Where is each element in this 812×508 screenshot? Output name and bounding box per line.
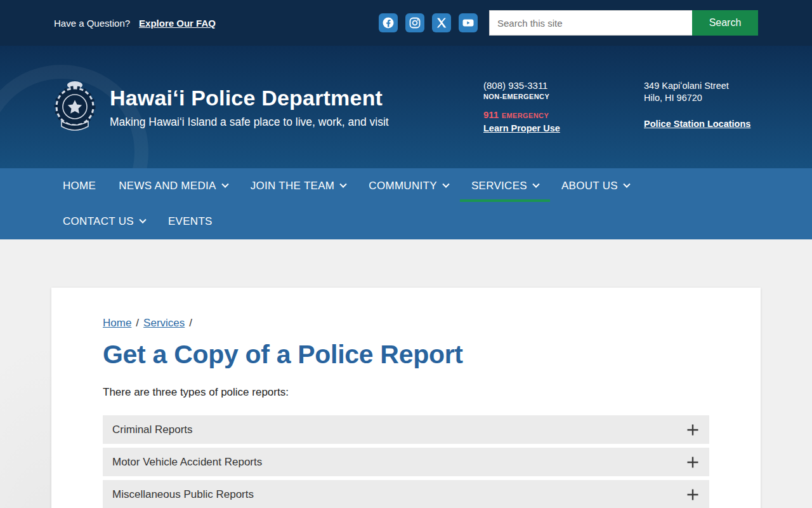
nav-item-home[interactable]: HOME bbox=[51, 168, 107, 204]
address-line1: 349 Kapiʻolani Street bbox=[644, 80, 758, 92]
site-tagline: Making Hawaiʻi Island a safe place to li… bbox=[110, 116, 389, 129]
police-badge-logo bbox=[54, 78, 96, 137]
chevron-down-icon bbox=[221, 181, 228, 188]
nav-item-community[interactable]: COMMUNITY bbox=[357, 168, 460, 204]
search-button[interactable]: Search bbox=[692, 10, 758, 36]
accordion-motor-vehicle-accident-reports[interactable]: Motor Vehicle Accident Reports bbox=[103, 448, 709, 476]
plus-icon bbox=[686, 456, 699, 469]
instagram-icon[interactable] bbox=[405, 13, 424, 32]
nav-item-about-us[interactable]: ABOUT US bbox=[550, 168, 641, 204]
breadcrumb-home-link[interactable]: Home bbox=[103, 317, 131, 330]
question-text: Have a Question? bbox=[54, 18, 130, 29]
chevron-down-icon bbox=[139, 217, 146, 224]
nav-item-contact-us[interactable]: CONTACT US bbox=[51, 204, 157, 239]
breadcrumb-services-link[interactable]: Services bbox=[143, 317, 185, 330]
plus-icon bbox=[686, 424, 699, 436]
breadcrumb-separator: / bbox=[189, 317, 192, 330]
phone-number: (808) 935-3311 bbox=[483, 80, 607, 91]
emergency-label: EMERGENCY bbox=[502, 112, 549, 119]
content-card: Home / Services / Get a Copy of a Police… bbox=[51, 288, 761, 508]
chevron-down-icon bbox=[340, 181, 347, 188]
main-nav: HOME NEWS AND MEDIA JOIN THE TEAM COMMUN… bbox=[0, 168, 812, 239]
social-links bbox=[379, 13, 478, 32]
chevron-down-icon bbox=[442, 181, 449, 188]
main-content: Home / Services / Get a Copy of a Police… bbox=[0, 239, 812, 508]
nav-item-join-the-team[interactable]: JOIN THE TEAM bbox=[239, 168, 358, 204]
emergency-number: 911 bbox=[483, 109, 499, 120]
breadcrumb: Home / Services / bbox=[103, 317, 709, 330]
address-line2: Hilo, HI 96720 bbox=[644, 92, 758, 104]
topbar: Have a Question? Explore Our FAQ bbox=[0, 0, 812, 46]
x-icon[interactable] bbox=[432, 13, 451, 32]
site-title: Hawaiʻi Police Department bbox=[110, 86, 389, 110]
accordion-miscellaneous-public-reports[interactable]: Miscellaneous Public Reports bbox=[103, 480, 709, 508]
intro-text: There are three types of police reports: bbox=[103, 386, 709, 399]
page-title: Get a Copy of a Police Report bbox=[103, 340, 709, 370]
chevron-down-icon bbox=[623, 181, 630, 188]
search-input[interactable] bbox=[489, 10, 692, 36]
faq-link[interactable]: Explore Our FAQ bbox=[139, 18, 216, 29]
accordion-criminal-reports[interactable]: Criminal Reports bbox=[103, 415, 709, 444]
chevron-down-icon bbox=[532, 181, 539, 188]
site-search: Search bbox=[489, 10, 758, 36]
nav-item-news-and-media[interactable]: NEWS AND MEDIA bbox=[107, 168, 239, 204]
nav-item-events[interactable]: EVENTS bbox=[157, 204, 224, 239]
youtube-icon[interactable] bbox=[459, 13, 478, 32]
plus-icon bbox=[686, 488, 699, 501]
police-station-locations-link[interactable]: Police Station Locations bbox=[644, 118, 750, 130]
site-header: Hawaiʻi Police Department Making Hawaiʻi… bbox=[0, 46, 812, 168]
nav-item-services[interactable]: SERVICES bbox=[460, 168, 550, 204]
learn-proper-use-link[interactable]: Learn Proper Use bbox=[483, 123, 560, 133]
non-emergency-label: NON-EMERGENCY bbox=[483, 93, 607, 100]
facebook-icon[interactable] bbox=[379, 13, 398, 32]
breadcrumb-separator: / bbox=[136, 317, 139, 330]
brand[interactable]: Hawaiʻi Police Department Making Hawaiʻi… bbox=[54, 78, 389, 137]
